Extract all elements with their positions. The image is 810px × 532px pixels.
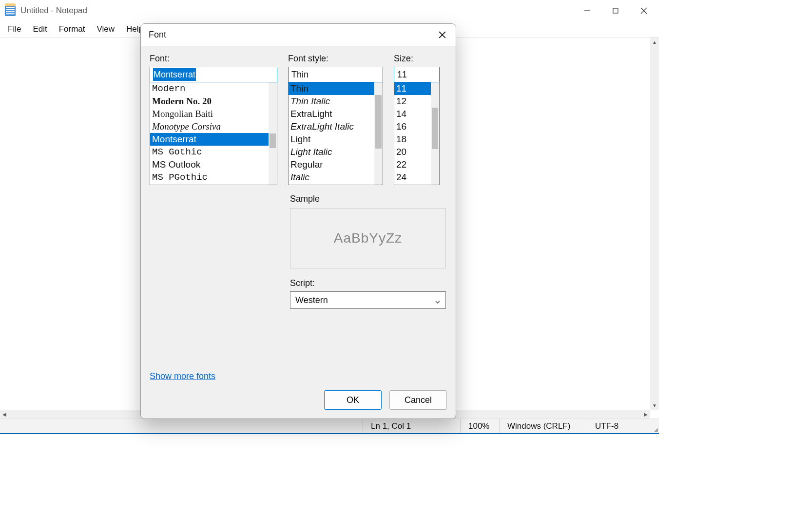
sample-preview: AaBbYyZz	[290, 208, 446, 268]
chevron-down-icon	[435, 297, 441, 303]
size-option[interactable]: 18	[394, 133, 431, 146]
script-label: Script:	[290, 278, 446, 288]
scroll-right-icon[interactable]: ▶	[641, 410, 650, 418]
scroll-left-icon[interactable]: ◀	[0, 410, 9, 418]
font-option[interactable]: Modern	[150, 82, 269, 95]
size-option[interactable]: 16	[394, 120, 431, 133]
style-option[interactable]: ExtraLight Italic	[289, 120, 374, 133]
font-option[interactable]: Modern No. 20	[150, 95, 269, 108]
font-option-selected[interactable]: Montserrat	[150, 133, 269, 146]
size-list-scrollbar[interactable]	[431, 82, 439, 185]
font-input[interactable]	[150, 67, 277, 82]
maximize-button[interactable]	[601, 1, 630, 20]
ok-button[interactable]: OK	[324, 390, 382, 410]
vertical-scrollbar[interactable]: ▲ ▼	[650, 38, 659, 410]
font-option[interactable]: MS Outlook	[150, 158, 269, 171]
size-list[interactable]: 11 12 14 16 18 20 22 24	[394, 82, 440, 185]
titlebar[interactable]: Untitled - Notepad	[0, 0, 659, 21]
font-option[interactable]: MS PGothic	[150, 171, 269, 184]
notepad-window: Untitled - Notepad File Edit Format View…	[0, 0, 659, 434]
status-line-ending: Windows (CRLF)	[499, 419, 587, 433]
cancel-button[interactable]: Cancel	[389, 390, 447, 410]
menu-file[interactable]: File	[2, 22, 27, 36]
size-option[interactable]: 14	[394, 108, 431, 120]
menu-format[interactable]: Format	[53, 22, 91, 36]
svg-rect-1	[613, 8, 618, 13]
show-more-fonts-link[interactable]: Show more fonts	[150, 352, 447, 381]
statusbar: Ln 1, Col 1 100% Windows (CRLF) UTF-8 ◢	[0, 418, 659, 433]
size-option[interactable]: 20	[394, 146, 431, 158]
style-option[interactable]: Thin Italic	[289, 95, 374, 108]
style-option-selected[interactable]: Thin	[289, 82, 374, 95]
size-option[interactable]: 24	[394, 171, 431, 184]
dialog-titlebar[interactable]: Font	[141, 24, 456, 46]
style-list[interactable]: Thin Thin Italic ExtraLight ExtraLight I…	[288, 82, 383, 185]
font-list-scrollbar[interactable]	[269, 82, 277, 185]
notepad-icon	[5, 5, 16, 16]
font-option[interactable]: MS Gothic	[150, 146, 269, 158]
size-option[interactable]: 12	[394, 95, 431, 108]
font-list[interactable]: Modern Modern No. 20 Mongolian Baiti Mon…	[150, 82, 277, 185]
scroll-down-icon[interactable]: ▼	[650, 401, 659, 410]
font-option[interactable]: Monotype Corsiva	[150, 120, 269, 133]
font-option[interactable]: Mongolian Baiti	[150, 108, 269, 120]
style-input[interactable]	[288, 67, 383, 82]
sample-label: Sample	[290, 194, 446, 204]
menu-edit[interactable]: Edit	[27, 22, 53, 36]
style-list-scrollbar[interactable]	[374, 82, 383, 185]
menu-view[interactable]: View	[91, 22, 121, 36]
style-option[interactable]: Regular	[289, 158, 374, 171]
close-button[interactable]	[630, 1, 658, 20]
size-option-selected[interactable]: 11	[394, 82, 431, 95]
resize-grip-icon[interactable]: ◢	[650, 419, 659, 433]
size-option[interactable]: 22	[394, 158, 431, 171]
style-label: Font style:	[288, 54, 383, 64]
style-option[interactable]: Light Italic	[289, 146, 374, 158]
font-label: Font:	[150, 54, 277, 64]
scroll-up-icon[interactable]: ▲	[650, 38, 659, 46]
status-caret-position: Ln 1, Col 1	[363, 419, 460, 433]
dialog-title: Font	[149, 30, 166, 40]
sample-text: AaBbYyZz	[334, 230, 402, 246]
font-dialog: Font Font: Montserrat	[140, 23, 456, 419]
style-option[interactable]: Italic	[289, 171, 374, 184]
window-title: Untitled - Notepad	[20, 6, 87, 16]
script-select[interactable]: Western	[290, 291, 446, 309]
size-label: Size:	[394, 54, 440, 64]
minimize-button[interactable]	[573, 1, 601, 20]
style-option[interactable]: ExtraLight	[289, 108, 374, 120]
dialog-close-button[interactable]	[430, 26, 454, 44]
size-input[interactable]	[394, 67, 440, 82]
status-encoding: UTF-8	[587, 419, 650, 433]
status-zoom: 100%	[460, 419, 499, 433]
script-value: Western	[295, 295, 328, 305]
style-option[interactable]: Light	[289, 133, 374, 146]
